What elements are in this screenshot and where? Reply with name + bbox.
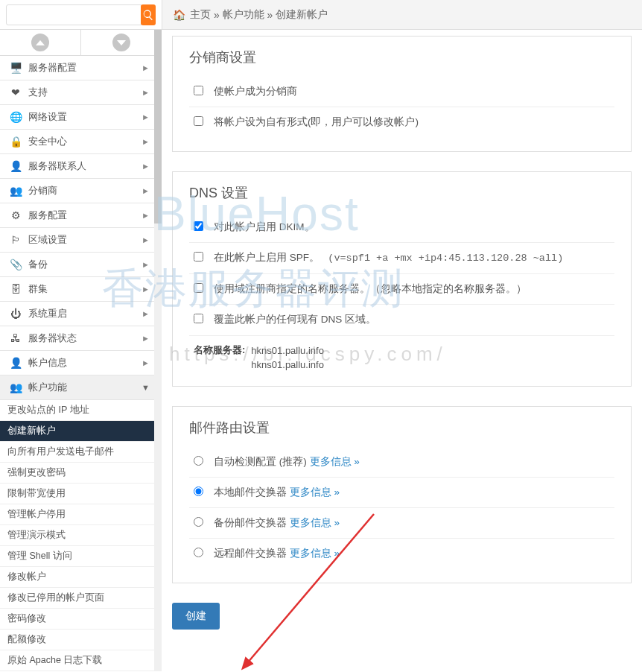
chevron-up-icon [36, 40, 45, 45]
panel-mail-routing: 邮件路由设置 自动检测配置 (推荐) 更多信息 » 本地邮件交换器 更多信息 »… [172, 406, 632, 583]
chevron-icon: ► [142, 260, 150, 269]
sidebar-category[interactable]: 🗄群集► [0, 277, 162, 302]
panel-title: DNS 设置 [189, 184, 614, 202]
sidebar-category[interactable]: 🖧服务器状态► [0, 326, 162, 351]
sidebar-category[interactable]: 🏳区域设置► [0, 228, 162, 253]
panel-title: 分销商设置 [189, 48, 614, 66]
mail-local-label: 本地邮件交换器 [214, 486, 287, 498]
panel-dns: DNS 设置 对此帐户启用 DKIM。 在此帐户上启用 SPF。 (v=spf1… [172, 171, 632, 387]
sidebar-item[interactable]: 修改已停用的帐户页面 [0, 588, 162, 609]
own-account-label: 将帐户设为自有形式(即，用户可以修改帐户) [214, 115, 614, 130]
category-label: 备份 [28, 258, 48, 271]
sidebar-item[interactable]: 密码修改 [0, 609, 162, 630]
dkim-checkbox[interactable] [194, 221, 203, 231]
category-icon: ⏻ [9, 307, 22, 320]
search-button[interactable] [141, 4, 156, 25]
sidebar-item[interactable]: 更改站点的 IP 地址 [0, 400, 162, 421]
make-reseller-label: 使帐户成为分销商 [214, 84, 614, 99]
mail-auto-radio[interactable] [194, 456, 203, 466]
spf-checkbox[interactable] [194, 252, 203, 261]
search-input[interactable] [6, 4, 142, 25]
category-label: 支持 [28, 86, 48, 99]
dkim-label: 对此帐户启用 DKIM。 [214, 220, 614, 235]
category-label: 帐户信息 [28, 356, 67, 370]
collapse-all-button[interactable] [0, 30, 81, 55]
chevron-icon: ► [142, 358, 150, 367]
override-zone-label: 覆盖此帐户的任何现有 DNS 区域。 [214, 312, 614, 327]
category-label: 区域设置 [28, 233, 67, 247]
chevron-icon: ► [142, 334, 150, 343]
more-info-link[interactable]: 更多信息 » [310, 456, 360, 467]
sidebar-item[interactable]: 管理演示模式 [0, 525, 162, 546]
search-icon [142, 9, 154, 21]
breadcrumb-level2: 创建新帐户 [276, 8, 328, 22]
more-info-link[interactable]: 更多信息 » [290, 548, 340, 559]
breadcrumb: 🏠 主页 » 帐户功能 » 创建新帐户 [162, 0, 642, 29]
category-label: 系统重启 [28, 307, 67, 320]
spf-label: 在此帐户上启用 SPF。 (v=spf1 +a +mx +ip4:45.113.… [214, 250, 614, 266]
override-zone-checkbox[interactable] [194, 314, 203, 323]
sidebar-item[interactable]: 创建新帐户 [0, 421, 162, 442]
more-info-link[interactable]: 更多信息 » [290, 517, 340, 528]
category-label: 服务器状态 [28, 332, 77, 345]
sidebar-item[interactable]: 管理帐户停用 [0, 504, 162, 525]
sidebar-item[interactable]: 向所有用户发送电子邮件 [0, 442, 162, 463]
sidebar-category[interactable]: ⏻系统重启► [0, 302, 162, 326]
mail-backup-radio[interactable] [194, 517, 203, 527]
category-label: 分销商 [28, 184, 57, 197]
sidebar-category[interactable]: 👥帐户功能▼ [0, 375, 162, 400]
breadcrumb-level1[interactable]: 帐户功能 [223, 8, 264, 22]
expand-all-button[interactable] [81, 30, 162, 55]
chevron-icon: ► [142, 162, 150, 171]
mail-local-radio[interactable] [194, 486, 203, 496]
chevron-icon: ► [142, 186, 150, 195]
sidebar-item[interactable]: 原始 Apache 日志下载 [0, 650, 162, 671]
sidebar-category[interactable]: 👤服务器联系人► [0, 154, 162, 179]
category-icon: ❤ [9, 86, 22, 99]
registrar-ns-checkbox[interactable] [194, 283, 203, 293]
category-label: 群集 [28, 282, 48, 296]
chevron-icon: ▼ [142, 383, 150, 392]
chevron-down-icon [117, 40, 126, 45]
mail-remote-label: 远程邮件交换器 [214, 548, 287, 559]
category-icon: 🖥️ [9, 61, 22, 75]
sidebar-category[interactable]: ⚙服务配置► [0, 203, 162, 228]
sidebar-category[interactable]: 🖥️服务器配置► [0, 56, 162, 80]
sidebar-category[interactable]: ❤支持► [0, 80, 162, 105]
chevron-icon: ► [142, 63, 150, 72]
own-account-checkbox[interactable] [194, 116, 203, 126]
category-icon: 👤 [9, 356, 22, 370]
nameservers-values: hkns01.pallu.info hkns01.pallu.info [251, 343, 324, 373]
chevron-icon: ► [142, 285, 150, 294]
category-label: 服务配置 [28, 209, 67, 222]
category-label: 网络设置 [28, 110, 67, 124]
more-info-link[interactable]: 更多信息 » [290, 486, 340, 498]
sidebar-scrollbar[interactable] [154, 30, 162, 671]
sidebar-item[interactable]: 强制更改密码 [0, 463, 162, 484]
sidebar-item[interactable]: 配额修改 [0, 630, 162, 650]
sidebar-category[interactable]: 🌐网络设置► [0, 105, 162, 130]
registrar-ns-label: 使用域注册商指定的名称服务器。（忽略本地指定的名称服务器。） [214, 282, 614, 297]
make-reseller-checkbox[interactable] [194, 86, 203, 95]
category-icon: 👥 [9, 381, 22, 394]
breadcrumb-home[interactable]: 主页 [190, 8, 211, 22]
category-icon: 🔒 [9, 135, 22, 148]
sidebar-category[interactable]: 🔒安全中心► [0, 130, 162, 154]
sidebar-item[interactable]: 修改帐户 [0, 567, 162, 588]
category-label: 安全中心 [28, 135, 67, 148]
create-button[interactable]: 创建 [172, 603, 220, 630]
category-icon: 🗄 [9, 282, 22, 296]
sidebar: 🖥️服务器配置►❤支持►🌐网络设置►🔒安全中心►👤服务器联系人►👥分销商►⚙服务… [0, 30, 162, 671]
category-icon: 🌐 [9, 110, 22, 124]
sidebar-category[interactable]: 📎备份► [0, 253, 162, 277]
chevron-icon: ► [142, 112, 150, 121]
sidebar-category[interactable]: 👥分销商► [0, 179, 162, 203]
chevron-icon: ► [142, 235, 150, 244]
sidebar-item[interactable]: 管理 Shell 访问 [0, 546, 162, 567]
sidebar-item[interactable]: 限制带宽使用 [0, 484, 162, 504]
mail-remote-radio[interactable] [194, 548, 203, 557]
category-icon: 👥 [9, 184, 22, 197]
category-label: 帐户功能 [28, 381, 67, 394]
sidebar-category[interactable]: 👤帐户信息► [0, 351, 162, 375]
chevron-icon: ► [142, 88, 150, 97]
